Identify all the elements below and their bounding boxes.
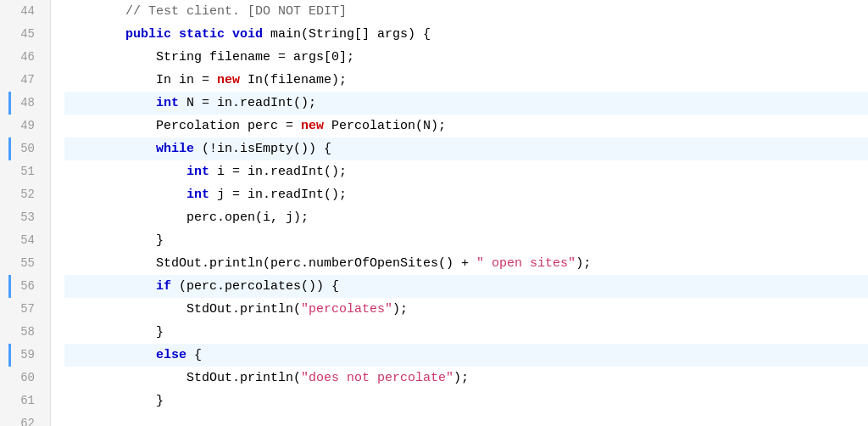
code-segment: Percolation(N); [324,115,446,137]
line-numbers: 44454647484950515253545556575859606162 [0,0,51,426]
code-segment: ); [576,252,591,275]
code-segment: int [186,160,209,183]
code-line: public static void main(String[] args) { [64,23,868,46]
code-segment [64,92,156,115]
line-number: 52 [8,183,42,206]
code-segment [64,183,186,206]
code-segment: } [64,390,164,412]
code-line: } [64,321,868,344]
line-number: 46 [8,46,42,69]
code-segment: (!in.isEmpty()) { [194,137,331,160]
code-segment: "does not percolate" [301,367,453,390]
code-segment [64,23,125,46]
code-segment: i = in.readInt(); [209,160,347,183]
code-line: } [64,229,868,252]
line-number: 60 [8,367,42,390]
code-segment: } [64,321,164,344]
code-segment: public [125,23,171,46]
code-segment: } [64,229,164,252]
line-number: 47 [8,69,42,92]
code-segment: static [179,23,225,46]
code-segment: // Test client. [DO NOT EDIT] [64,0,347,23]
line-number: 48 [8,92,42,115]
line-number: 59 [8,344,42,367]
code-line: // Test client. [DO NOT EDIT] [64,0,868,23]
line-number: 62 [8,412,42,426]
code-line: String filename = args[0]; [64,46,868,69]
code-segment: int [156,92,179,115]
code-segment: new [217,69,240,92]
code-segment: perc.open(i, j); [64,206,309,229]
code-segment: String filename = args[0]; [64,46,354,69]
code-segment: int [186,183,209,206]
code-segment: if [156,275,171,298]
line-number: 56 [8,275,42,298]
line-number: 44 [8,0,42,23]
code-segment [64,137,156,160]
code-line: StdOut.println(perc.numberOfOpenSites() … [64,252,868,275]
code-segment: " open sites" [476,252,576,275]
code-segment: main(String[] args) { [263,23,431,46]
line-number: 58 [8,321,42,344]
code-container: 44454647484950515253545556575859606162 /… [0,0,868,426]
code-segment [225,23,232,46]
code-line: } [64,390,868,412]
code-line: if (perc.percolates()) { [64,275,868,298]
line-number: 45 [8,23,42,46]
code-line: int i = in.readInt(); [64,160,868,183]
code-segment: StdOut.println( [64,298,301,321]
code-segment: j = in.readInt(); [209,183,347,206]
code-segment: (perc.percolates()) { [171,275,339,298]
code-segment: StdOut.println( [64,367,301,390]
code-segment: ); [453,367,469,390]
code-segment [64,160,186,183]
code-segment: new [301,115,324,137]
code-segment [64,275,156,298]
code-segment: { [186,344,202,367]
code-line: int N = in.readInt(); [64,92,868,115]
code-segment: In in = [64,69,217,92]
code-segment: Percolation perc = [64,115,301,137]
code-segment: else [156,344,186,367]
code-segment [64,344,156,367]
code-segment: In(filename); [240,69,347,92]
line-number: 51 [8,160,42,183]
code-area: // Test client. [DO NOT EDIT] public sta… [51,0,868,426]
code-line: In in = new In(filename); [64,69,868,92]
code-segment [171,23,179,46]
code-segment: while [156,137,194,160]
code-segment: N = in.readInt(); [179,92,316,115]
code-segment: void [232,23,263,46]
line-number: 54 [8,229,42,252]
code-line: else { [64,344,868,367]
code-line: StdOut.println("does not percolate"); [64,367,868,390]
code-line: while (!in.isEmpty()) { [64,137,868,160]
line-number: 49 [8,115,42,137]
line-number: 55 [8,252,42,275]
code-segment: "percolates" [301,298,392,321]
code-segment: ); [392,298,408,321]
code-line: perc.open(i, j); [64,206,868,229]
code-segment: StdOut.println(perc.numberOfOpenSites() … [64,252,476,275]
code-line: StdOut.println("percolates"); [64,298,868,321]
line-number: 61 [8,390,42,412]
line-number: 53 [8,206,42,229]
line-number: 57 [8,298,42,321]
code-line: int j = in.readInt(); [64,183,868,206]
code-line: Percolation perc = new Percolation(N); [64,115,868,137]
line-number: 50 [8,137,42,160]
